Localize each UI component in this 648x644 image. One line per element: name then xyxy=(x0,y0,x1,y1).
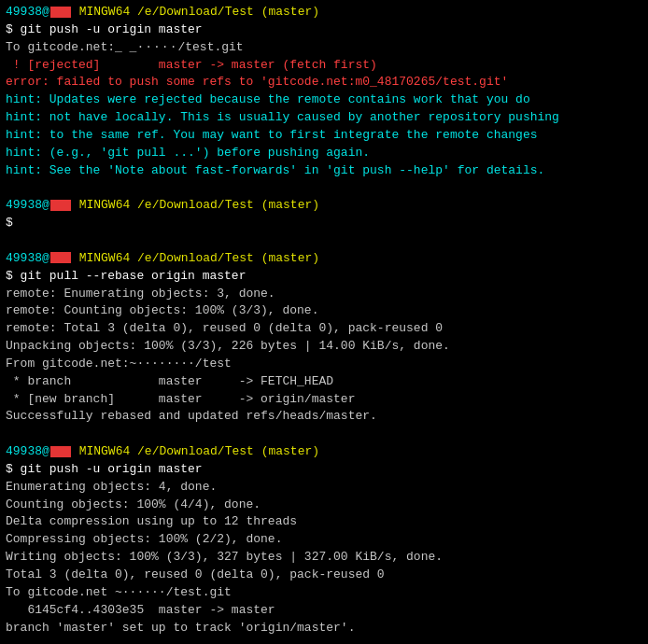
command-line-2: $ xyxy=(6,215,642,232)
command-line-1: $ git push -u origin master xyxy=(6,21,642,39)
output-3-3: remote: Total 3 (delta 0), reused 0 (del… xyxy=(6,320,642,338)
block-2: 49938@ MINGW64 /e/Download/Test (master)… xyxy=(6,197,642,232)
output-1-8: hint: See the 'Note about fast-forwards'… xyxy=(6,162,642,180)
output-4-1: Enumerating objects: 4, done. xyxy=(6,479,642,497)
output-4-6: Total 3 (delta 0), reused 0 (delta 0), p… xyxy=(6,567,642,584)
output-1-1: To gitcode.net:_ _·····/test.git xyxy=(6,39,642,57)
prompt-line-2: 49938@ MINGW64 /e/Download/Test (master) xyxy=(6,197,642,215)
output-4-9: branch 'master' set up to track 'origin/… xyxy=(6,620,642,637)
output-4-7: To gitcode.net ~······/test.git xyxy=(6,584,642,602)
output-3-7: * [new branch] master -> origin/master xyxy=(6,391,642,409)
block-3: 49938@ MINGW64 /e/Download/Test (master)… xyxy=(6,250,642,426)
output-1-6: hint: to the same ref. You may want to f… xyxy=(6,127,642,145)
output-4-8: 6145cf4..4303e35 master -> master xyxy=(6,602,642,620)
output-1-7: hint: (e.g., 'git pull ...') before push… xyxy=(6,145,642,162)
output-4-5: Writing objects: 100% (3/3), 327 bytes |… xyxy=(6,549,642,567)
command-line-3: $ git pull --rebase origin master xyxy=(6,268,642,286)
prompt-line-1: 49938@ MINGW64 /e/Download/Test (master) xyxy=(6,4,642,21)
command-line-4: $ git push -u origin master xyxy=(6,461,642,479)
output-1-5: hint: not have locally. This is usually … xyxy=(6,109,642,127)
prompt-line-3: 49938@ MINGW64 /e/Download/Test (master) xyxy=(6,250,642,268)
output-3-2: remote: Counting objects: 100% (3/3), do… xyxy=(6,302,642,320)
terminal: 49938@ MINGW64 /e/Download/Test (master)… xyxy=(0,0,648,644)
output-4-2: Counting objects: 100% (4/4), done. xyxy=(6,497,642,514)
output-3-6: * branch master -> FETCH_HEAD xyxy=(6,373,642,391)
output-3-4: Unpacking objects: 100% (3/3), 226 bytes… xyxy=(6,338,642,356)
output-3-5: From gitcode.net:~········/test xyxy=(6,356,642,373)
output-3-8: Successfully rebased and updated refs/he… xyxy=(6,408,642,426)
output-4-3: Delta compression using up to 12 threads xyxy=(6,513,642,531)
output-4-4: Compressing objects: 100% (2/2), done. xyxy=(6,531,642,549)
prompt-line-4: 49938@ MINGW64 /e/Download/Test (master) xyxy=(6,443,642,461)
output-1-4: hint: Updates were rejected because the … xyxy=(6,91,642,109)
block-1: 49938@ MINGW64 /e/Download/Test (master)… xyxy=(6,4,642,179)
output-3-1: remote: Enumerating objects: 3, done. xyxy=(6,286,642,303)
output-1-3: error: failed to push some refs to 'gitc… xyxy=(6,74,642,91)
output-1-2: ! [rejected] master -> master (fetch fir… xyxy=(6,57,642,75)
block-4: 49938@ MINGW64 /e/Download/Test (master)… xyxy=(6,443,642,637)
